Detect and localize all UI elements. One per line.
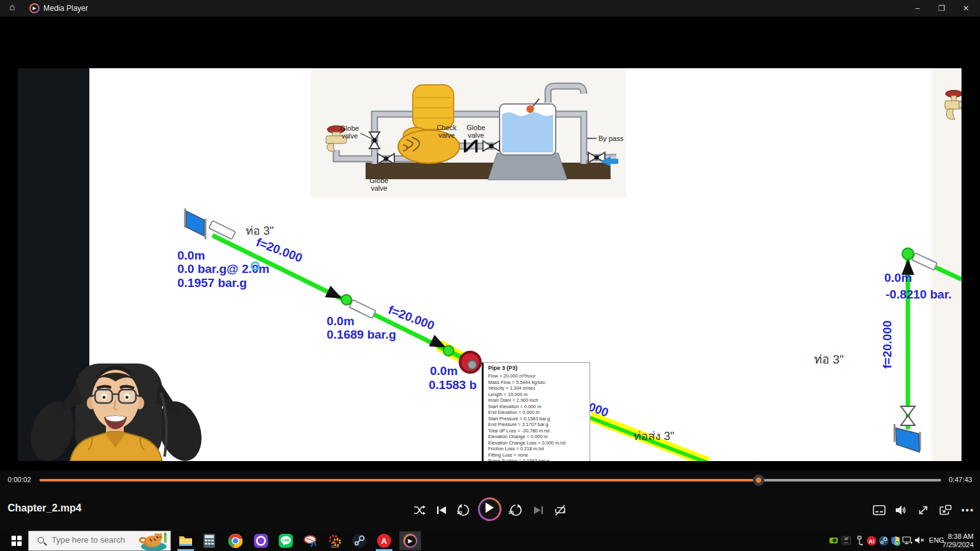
- popup-line: Fitting Loss = none: [488, 452, 590, 459]
- steam-icon: [352, 533, 367, 548]
- tray-network-icon[interactable]: [902, 536, 912, 546]
- right-flow-label: f=20.000: [880, 320, 895, 369]
- playback-control-bar: Chapter_2.mp4 10 30: [0, 490, 980, 531]
- node2-pressure: 0.1689 bar.g: [327, 328, 396, 342]
- search-daily-art-tiger: [137, 531, 170, 550]
- next-button[interactable]: [530, 501, 547, 519]
- popup-line: Velocity = 1.304 m/sec: [488, 385, 590, 392]
- tray-time: 8:38 AM: [939, 533, 974, 541]
- search-icon: [38, 537, 44, 543]
- fullscreen-icon: [917, 504, 929, 516]
- presenter-avatar: [27, 355, 204, 461]
- label-check-valve: Check valve: [434, 124, 459, 139]
- faucet-fragment-illustration: [940, 86, 961, 143]
- taskbar-red-a-app[interactable]: A: [376, 533, 392, 548]
- taskbar-media-player-active[interactable]: ▶: [399, 531, 421, 550]
- play-button[interactable]: [478, 497, 501, 521]
- tray-nvidia-icon[interactable]: [829, 536, 839, 546]
- tray-security-icon[interactable]: [891, 536, 901, 546]
- tray-xppen-icon[interactable]: XPpen: [842, 536, 852, 546]
- tray-aimp-icon[interactable]: A!: [866, 536, 877, 546]
- app-title: Media Player: [43, 4, 88, 13]
- right-elevation: 0.0m: [884, 271, 912, 285]
- tray-usb-icon[interactable]: [855, 536, 865, 546]
- node1-elevation: 0.0m: [177, 249, 205, 263]
- more-options-button[interactable]: •••: [959, 501, 977, 519]
- destination-tank-symbol: [896, 428, 919, 452]
- search-input[interactable]: [52, 535, 147, 545]
- close-button[interactable]: ✕: [952, 0, 980, 17]
- svg-text:GEAR: GEAR: [331, 545, 340, 548]
- taskbar-purple-app[interactable]: [253, 533, 269, 548]
- label-bypass: By pass: [598, 135, 630, 142]
- pipe-data-popup: Pipe 3 (P3) Flow = 20.000 m³/hour Mass F…: [482, 362, 590, 461]
- tray-clock[interactable]: 8:38 AM 7/29/2024: [939, 533, 976, 549]
- discharge-pipe-label: ท่อส่ง 3": [634, 427, 674, 445]
- tray-date: 7/29/2024: [939, 541, 974, 549]
- pump-symbol: [460, 352, 480, 372]
- taskbar-calculator[interactable]: [202, 533, 218, 548]
- svg-text:A: A: [381, 536, 387, 546]
- right-pressure: -0.8210 bar.: [886, 288, 952, 302]
- line-app-icon: LINE: [278, 533, 293, 548]
- start-button[interactable]: [5, 531, 28, 551]
- calculator-icon: [202, 533, 216, 548]
- tray-volume-muted-icon[interactable]: [914, 536, 924, 546]
- subtitles-icon: [873, 505, 886, 515]
- volume-button[interactable]: [892, 501, 910, 519]
- shuffle-button[interactable]: [410, 501, 428, 519]
- shuffle-icon: [413, 504, 426, 517]
- home-icon[interactable]: ⌂: [5, 1, 19, 15]
- svg-text:XP: XP: [844, 538, 848, 541]
- repeat-button[interactable]: [551, 501, 569, 519]
- popup-line: Mass Flow = 5.5444 kg/sec: [488, 379, 590, 386]
- subtitles-button[interactable]: [870, 501, 888, 519]
- taskbar-line-app[interactable]: LINE: [278, 533, 293, 548]
- chrome-icon: [228, 533, 243, 548]
- skip-forward-30-button[interactable]: 30: [507, 501, 524, 519]
- windows-taskbar: LINE GEAR A ▶: [0, 531, 980, 551]
- mouse-cursor-ring: [251, 261, 260, 270]
- red-a-app-icon: A: [376, 533, 392, 548]
- valve-symbol: [901, 406, 915, 425]
- pipe-node: [443, 346, 454, 356]
- purple-o-app-icon: [253, 533, 269, 548]
- popup-line: Pump Suction = 0.1583 bar.g: [488, 458, 590, 461]
- mini-player-button[interactable]: [937, 501, 954, 519]
- previous-button[interactable]: [433, 501, 450, 519]
- windows-logo-icon: [11, 536, 22, 546]
- remaining-time: 0:47:43: [949, 476, 972, 483]
- popup-line: Elevation Change Loss = 0.000 m.hd: [488, 440, 590, 446]
- label-globe-valve-mid: Globe valve: [463, 124, 489, 139]
- file-explorer-icon: [178, 533, 193, 548]
- popup-line: End Pressure = 3.1707 bar.g: [488, 422, 590, 428]
- label-globe-valve-bottom: Globe valve: [366, 177, 392, 192]
- fullscreen-button[interactable]: [914, 501, 932, 519]
- volume-icon: [895, 504, 907, 516]
- taskbar-search[interactable]: [28, 531, 171, 551]
- taskbar-steam[interactable]: [352, 533, 367, 548]
- popup-line: Start Pressure = 0.1583 bar.g: [488, 416, 590, 422]
- previous-icon: [436, 504, 447, 516]
- node3-pressure: 0.1583 b: [429, 378, 477, 392]
- popup-line: End Elevation = 0.000 m: [488, 409, 590, 416]
- cad-mouse-app-icon: [303, 533, 318, 548]
- taskbar-gears-app[interactable]: GEAR: [327, 533, 343, 548]
- skip-back-10-button[interactable]: 10: [455, 501, 473, 519]
- media-player-icon: ▶: [403, 534, 417, 548]
- pipe-node: [341, 295, 352, 305]
- tray-steam-icon[interactable]: [879, 536, 889, 546]
- taskbar-chrome[interactable]: [228, 533, 243, 548]
- seek-thumb[interactable]: [753, 474, 764, 486]
- popup-line: Flow = 20.000 m³/hour: [488, 373, 590, 379]
- label-globe-valve-left: Globe valve: [337, 124, 362, 140]
- skip-forward-number: 30: [509, 510, 514, 515]
- repeat-off-icon: [554, 504, 567, 517]
- taskbar-file-explorer[interactable]: [178, 533, 193, 548]
- taskbar-cad-mouse-app[interactable]: [303, 533, 318, 548]
- media-title: Chapter_2.mp4: [8, 503, 82, 514]
- video-surface[interactable]: Globe valve Check valve Globe valve Glob…: [18, 68, 961, 461]
- popup-line: Length = 10.000 m: [488, 392, 590, 398]
- svg-text:LINE: LINE: [282, 538, 290, 542]
- seek-bar[interactable]: [40, 479, 941, 481]
